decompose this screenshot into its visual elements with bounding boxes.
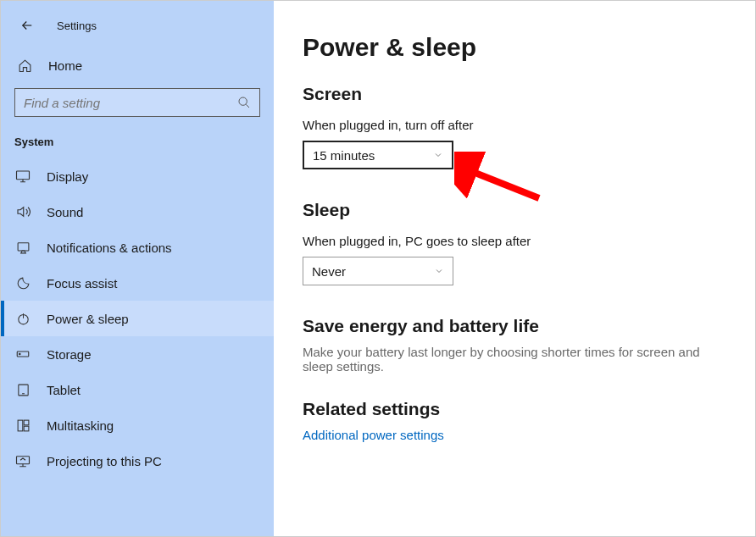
sidebar-item-storage[interactable]: Storage [1,336,274,372]
screen-timeout-dropdown[interactable]: 15 minutes [303,141,453,169]
screen-field-label: When plugged in, turn off after [303,118,730,132]
topbar: Settings [1,16,274,50]
sidebar-item-label: Power & sleep [47,312,129,326]
sleep-heading: Sleep [303,200,730,220]
app-title: Settings [57,19,97,32]
related-heading: Related settings [303,399,730,419]
sidebar-item-multitasking[interactable]: Multitasking [1,407,274,443]
svg-point-5 [19,353,21,355]
multitasking-icon [14,418,31,433]
sidebar-item-label: Sound [47,205,83,219]
sidebar-item-label: Display [47,169,88,184]
svg-rect-2 [18,242,29,250]
svg-rect-10 [17,457,30,464]
home-label: Home [48,58,82,73]
sound-icon [14,204,31,219]
svg-rect-1 [17,171,30,180]
storage-icon [14,346,31,362]
search-input[interactable] [24,96,237,110]
notifications-icon [14,241,31,255]
search-icon [237,96,251,109]
sidebar-item-notifications[interactable]: Notifications & actions [1,230,274,265]
screen-timeout-value: 15 minutes [313,148,433,163]
sidebar-item-label: Focus assist [47,276,117,291]
save-energy-description: Make your battery last longer by choosin… [303,345,730,374]
sidebar-item-focus-assist[interactable]: Focus assist [1,265,274,301]
sidebar-item-power-sleep[interactable]: Power & sleep [1,301,274,336]
display-icon [14,169,31,184]
sleep-timeout-value: Never [312,264,434,279]
nav-list: Display Sound Notifications & actions Fo… [1,158,274,536]
sidebar-item-label: Tablet [47,383,81,397]
sleep-timeout-dropdown[interactable]: Never [303,257,453,285]
arrow-left-icon [19,18,35,33]
back-button[interactable] [18,16,36,35]
screen-heading: Screen [303,84,730,104]
save-energy-heading: Save energy and battery life [303,316,730,336]
power-icon [14,312,31,326]
chevron-down-icon [434,266,444,276]
projecting-icon [14,453,31,468]
sidebar-item-sound[interactable]: Sound [1,194,274,230]
page-title: Power & sleep [303,33,730,62]
focus-assist-icon [14,276,31,291]
sidebar-item-label: Storage [47,347,92,362]
category-title: System [1,127,274,158]
sidebar-item-label: Notifications & actions [47,241,172,255]
svg-rect-9 [24,426,29,431]
sidebar-item-label: Multitasking [47,418,114,433]
home-nav[interactable]: Home [1,50,274,81]
sidebar-item-display[interactable]: Display [1,158,274,194]
sidebar-item-label: Projecting to this PC [47,454,162,468]
svg-rect-8 [24,420,29,425]
sidebar-item-projecting[interactable]: Projecting to this PC [1,443,274,479]
home-icon [18,58,33,73]
search-box[interactable] [14,88,260,117]
svg-rect-7 [18,420,23,431]
svg-point-0 [239,97,247,105]
main-content: Power & sleep Screen When plugged in, tu… [274,1,755,536]
search-wrap [1,81,274,127]
sleep-field-label: When plugged in, PC goes to sleep after [303,234,730,248]
sidebar: Settings Home System Display [1,1,274,536]
tablet-icon [14,383,31,397]
additional-power-settings-link[interactable]: Additional power settings [303,428,730,442]
sidebar-item-tablet[interactable]: Tablet [1,372,274,407]
chevron-down-icon [433,150,443,160]
